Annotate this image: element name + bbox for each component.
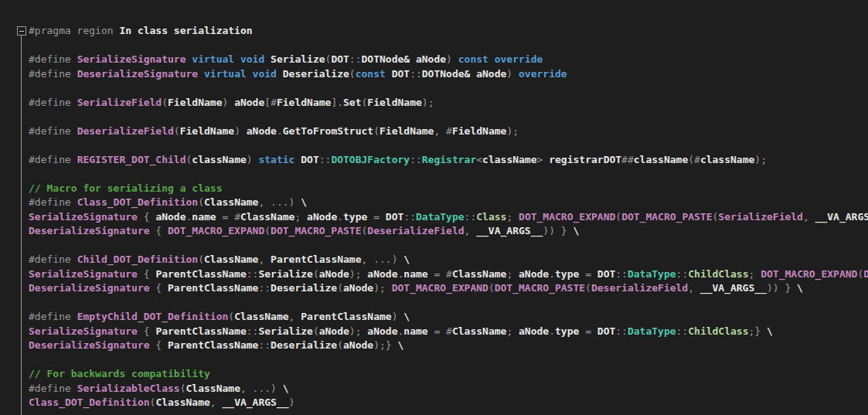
code-token: :: xyxy=(410,68,422,80)
code-token: const override xyxy=(458,53,543,65)
code-token: ( xyxy=(180,383,186,394)
code-token: registrarDOT xyxy=(549,154,621,165)
code-token: \ xyxy=(767,325,773,337)
code-token: In class serialization xyxy=(119,25,252,36)
code-token: :: xyxy=(676,325,689,337)
code-token: , ...) xyxy=(362,253,404,265)
code-token: :: xyxy=(247,325,259,337)
code-token: );} xyxy=(373,339,397,351)
code-token: DOT xyxy=(386,211,403,223)
code-token: ( xyxy=(162,97,168,108)
code-token: DOT_MACRO_EXPAND xyxy=(519,211,615,223)
code-token: #define xyxy=(29,154,77,165)
minus-glyph xyxy=(19,31,24,32)
code-token: className xyxy=(192,154,246,165)
code-token: #define xyxy=(29,53,77,65)
code-token: ) xyxy=(247,154,259,165)
code-token: )) } xyxy=(543,225,573,236)
code-token: > xyxy=(537,154,550,165)
code-token: DataType xyxy=(628,268,676,280)
code-token: virtual void xyxy=(198,68,283,80)
code-token: ; xyxy=(506,325,519,337)
code-token: \ xyxy=(573,225,579,236)
code-token: DOT xyxy=(597,268,615,280)
code-token: ) xyxy=(289,396,295,408)
code-token: :: xyxy=(615,268,628,280)
code-token: className xyxy=(482,154,536,165)
code-line: DeserializeSignature { DOT_MACRO_EXPAND(… xyxy=(29,224,868,239)
code-token: #define xyxy=(29,383,77,394)
code-token: type xyxy=(555,268,579,280)
code-token: DOT_MACRO_EXPAND xyxy=(392,282,488,294)
region-guide-line xyxy=(21,36,22,415)
code-editor[interactable]: #pragma region In class serialization#de… xyxy=(0,0,868,415)
code-area[interactable]: #pragma region In class serialization#de… xyxy=(29,24,868,415)
code-token: [# xyxy=(264,97,277,108)
code-token: . xyxy=(277,125,283,137)
code-token: ) xyxy=(234,125,247,137)
code-token: aNode xyxy=(519,268,549,280)
code-token: aNode xyxy=(307,211,337,223)
code-line: Class_DOT_Definition(ClassName, __VA_ARG… xyxy=(29,396,868,410)
code-token: ( xyxy=(174,125,180,137)
code-token: :: xyxy=(258,282,271,294)
code-line: #define EmptyChild_DOT_Definition(ClassN… xyxy=(29,310,868,325)
code-token: \ xyxy=(301,196,307,208)
code-token: SerializeSignature xyxy=(29,268,138,280)
code-token: SerializeSignature xyxy=(29,325,138,337)
code-token: { xyxy=(138,268,155,280)
code-line: DeserializeSignature { ParentClassName::… xyxy=(29,338,868,353)
code-token: = xyxy=(579,325,597,337)
code-token: , xyxy=(289,311,301,322)
code-line: #define DeserializeField(FieldName) aNod… xyxy=(29,124,868,139)
code-token: ParentClassName xyxy=(271,253,361,265)
code-token: __VA_ARGS__ xyxy=(476,225,543,236)
code-line xyxy=(29,110,868,124)
code-token: SerializeSignature xyxy=(77,53,186,65)
code-line xyxy=(29,39,868,53)
code-token: ); xyxy=(754,154,767,165)
code-token: aNode xyxy=(319,268,349,280)
code-token: Serialize xyxy=(258,325,312,337)
code-line: SerializeSignature { ParentClassName::Se… xyxy=(29,267,868,282)
code-token: Deserialize xyxy=(271,339,337,351)
code-token: :: xyxy=(403,211,416,223)
fold-collapse-icon[interactable] xyxy=(17,26,26,36)
code-line: SerializeSignature { ParentClassName::Se… xyxy=(29,325,868,339)
code-token: ( xyxy=(373,125,380,137)
code-token: name xyxy=(403,268,427,280)
code-token: . xyxy=(337,211,343,223)
code-token: Serialize xyxy=(271,53,325,65)
code-token: type xyxy=(555,325,579,337)
code-token: SerializableClass xyxy=(77,383,180,394)
code-token: ) xyxy=(506,68,519,80)
code-token: Registrar xyxy=(422,154,476,165)
code-token: ( xyxy=(313,325,319,337)
code-token: FieldName xyxy=(180,125,234,137)
code-token: :: xyxy=(247,268,259,280)
code-token: , xyxy=(210,396,223,408)
code-token: :: xyxy=(615,325,628,337)
code-token: . xyxy=(549,268,555,280)
code-token: __VA_ARGS__ xyxy=(222,396,288,408)
code-token: FieldName xyxy=(452,125,506,137)
code-token: aNode xyxy=(367,325,397,337)
code-line xyxy=(29,296,868,311)
code-token: \ xyxy=(403,253,410,265)
code-token: :: xyxy=(319,154,332,165)
code-token: = xyxy=(367,211,385,223)
code-token: ); xyxy=(422,97,434,108)
code-token: ); xyxy=(373,282,391,294)
code-token: ; xyxy=(506,211,519,223)
code-line: #pragma region In class serialization xyxy=(29,24,868,39)
code-token: (# xyxy=(688,154,700,165)
code-token: , # xyxy=(434,125,451,137)
code-token: ( xyxy=(198,253,204,265)
code-token: SerializeField xyxy=(77,97,162,108)
code-token: SerializeSignature xyxy=(29,211,138,223)
code-token: // For backwards compatibility xyxy=(29,368,210,379)
code-token: ; xyxy=(749,268,761,280)
code-token: DOT xyxy=(386,68,410,80)
code-token: ); xyxy=(349,268,367,280)
code-token: :: xyxy=(465,211,477,223)
